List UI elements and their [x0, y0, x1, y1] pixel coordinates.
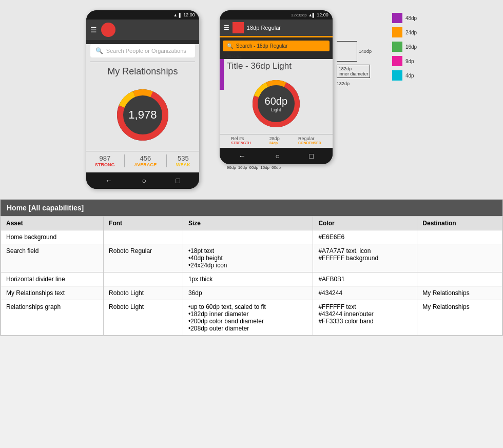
table-header: Home [All capabilities] — [1, 200, 502, 216]
table-row: Search fieldRoboto Regular•18pt text•40d… — [1, 244, 502, 272]
phone-content-1: 🔍 Search People or Organizations My Rela… — [86, 44, 199, 172]
cell-1-2: •18pt text•40dp height•24x24dp icon — [183, 244, 313, 272]
color-annotations: 48dp 24dp 16dp 9dp 4dp — [392, 10, 417, 81]
search-placeholder: Search People or Organizations — [106, 48, 186, 54]
back-button-2[interactable]: ← — [239, 152, 246, 160]
annotation-9dp: 9dp — [392, 56, 417, 66]
cell-0-4 — [417, 230, 502, 244]
time-1: 12:00 — [183, 12, 195, 17]
dim-132: 132dp — [337, 81, 372, 86]
wifi-icon-2: ▲▌ — [308, 13, 316, 17]
cell-3-0: My Relationships text — [1, 286, 104, 300]
swatch-green — [392, 42, 402, 52]
status-icons-2: 32x32dp ▲▌ 12:00 — [291, 12, 328, 17]
status-bar-2: 32x32dp ▲▌ 12:00 — [220, 10, 333, 20]
stat-average-number: 456 — [134, 154, 157, 162]
recents-button[interactable]: □ — [176, 177, 180, 185]
label-16dp: 16dp — [405, 44, 417, 50]
title-text-2: Title - 36dp Light — [227, 61, 292, 71]
big-donut-container: 60dp Light — [220, 73, 333, 134]
status-bar-1: 12:00 — [86, 10, 199, 20]
cell-0-1 — [104, 230, 183, 244]
rels-label: Rel #s — [231, 136, 251, 141]
relationships-title: My Relationships — [86, 62, 199, 79]
donut-chart-2: 60dp Light — [248, 75, 304, 132]
cell-4-1: Roboto Light — [104, 300, 183, 336]
bottom-dims: 96dp 16dp 60dp 16dp 60dp — [220, 164, 281, 170]
label-9dp: 9dp — [405, 59, 414, 64]
stats-row-1: 987 STRONG 456 AVERAGE 535 WEAK — [86, 151, 199, 172]
stat-col2: 28dp 24dp — [269, 136, 280, 145]
annotation-4dp: 4dp — [392, 70, 417, 81]
annotation-48dp: 48dp — [392, 13, 417, 23]
donut-value-1: 1,978 — [128, 108, 157, 122]
phone-1: 12:00 ☰ 🔍 Search People or Organizations… — [86, 10, 199, 189]
cell-1-3: #A7A7A7 text, icon#FFFFFF background — [313, 244, 417, 272]
stat-col3: Regular CONDENSED — [298, 136, 321, 145]
cell-2-2: 1px thick — [183, 272, 313, 286]
hamburger-icon[interactable]: ☰ — [90, 26, 97, 34]
home-button[interactable]: ○ — [142, 177, 146, 185]
swatch-magenta — [392, 56, 402, 66]
table-section: Home [All capabilities] Asset Font Size … — [0, 199, 503, 336]
nav-bar-1: ← ○ □ — [86, 172, 199, 189]
col-font: Font — [104, 217, 183, 230]
cell-3-3: #434244 — [313, 286, 417, 300]
time-2: 12:00 — [317, 12, 328, 17]
col-size: Size — [183, 217, 313, 230]
table-body: Home background#E6E6E6Search fieldRoboto… — [1, 230, 502, 336]
annotation-24dp: 24dp — [392, 27, 417, 37]
search-annotated[interactable]: 🔍 Search - 18dp Regular 40dp — [223, 41, 330, 51]
dimension-labels: 140dp 182dp inner diameter 132dp — [337, 10, 372, 86]
table-row: Horizontal divider line1px thick#AFB0B1 — [1, 272, 502, 286]
cell-2-0: Horizontal divider line — [1, 272, 104, 286]
resolution-label: 32x32dp — [291, 13, 307, 17]
cell-4-3: #FFFFFF text#434244 inner/outer#FF3333 c… — [313, 300, 417, 336]
table-row: Home background#E6E6E6 — [1, 230, 502, 244]
table-column-headers: Asset Font Size Color Destination — [1, 217, 502, 230]
cell-1-4 — [417, 244, 502, 272]
cell-1-0: Search field — [1, 244, 104, 272]
stats-row-2: Rel #s STRENGTH 28dp 24dp Regular CONDEN… — [220, 134, 333, 148]
dim-140: 140dp — [337, 41, 372, 62]
swatch-purple — [392, 13, 402, 23]
annotated-phone-section: 32x32dp ▲▌ 12:00 ☰ 18dp Regular 🔍 — [220, 10, 372, 170]
stat-divider — [124, 154, 125, 167]
icon-dp-label: 24x24dp — [220, 54, 333, 59]
cell-4-0: Relationships graph — [1, 300, 104, 336]
home-button-2[interactable]: ○ — [275, 152, 279, 160]
phone-content-2: Title - 36dp Light — [220, 59, 333, 148]
donut-container-1: 1,978 — [86, 79, 199, 151]
swatch-orange — [392, 27, 402, 37]
col-destination: Destination — [417, 217, 502, 230]
donut-value-2: 60dp Light — [265, 95, 288, 112]
label-24dp: 24dp — [405, 30, 417, 35]
annotated-phone-with-dims: 32x32dp ▲▌ 12:00 ☰ 18dp Regular 🔍 — [220, 10, 372, 164]
search-icon: 🔍 — [95, 47, 103, 54]
cell-2-1 — [104, 272, 183, 286]
nav-bar-2: ← ○ □ — [220, 148, 333, 164]
cell-2-3: #AFB0B1 — [313, 272, 417, 286]
stat-strong-label: STRONG — [95, 162, 115, 167]
cell-0-2 — [183, 230, 313, 244]
cell-0-0: Home background — [1, 230, 104, 244]
donut-chart-1: 1,978 — [112, 84, 173, 146]
toolbar-1: ☰ — [86, 20, 199, 40]
toolbar-2: ☰ 18dp Regular — [220, 20, 333, 37]
table-row: Relationships graphRoboto Light•up to 60… — [1, 300, 502, 336]
back-button[interactable]: ← — [105, 177, 112, 185]
hamburger-icon-2[interactable]: ☰ — [224, 24, 229, 31]
cell-3-1: Roboto Light — [104, 286, 183, 300]
wifi-icon — [173, 12, 178, 17]
recents-button-2[interactable]: □ — [309, 152, 314, 160]
stat-weak: 535 WEAK — [176, 154, 190, 167]
capabilities-table: Asset Font Size Color Destination Home b… — [1, 216, 502, 336]
stat-average: 456 AVERAGE — [134, 154, 157, 167]
label-48dp: 48dp — [405, 15, 417, 21]
stat-divider-2 — [166, 154, 167, 167]
cell-3-4: My Relationships — [417, 286, 502, 300]
search-bar-1[interactable]: 🔍 Search People or Organizations — [90, 44, 195, 57]
stat-weak-number: 535 — [176, 154, 190, 162]
avatar-2 — [233, 22, 244, 33]
col-asset: Asset — [1, 217, 104, 230]
